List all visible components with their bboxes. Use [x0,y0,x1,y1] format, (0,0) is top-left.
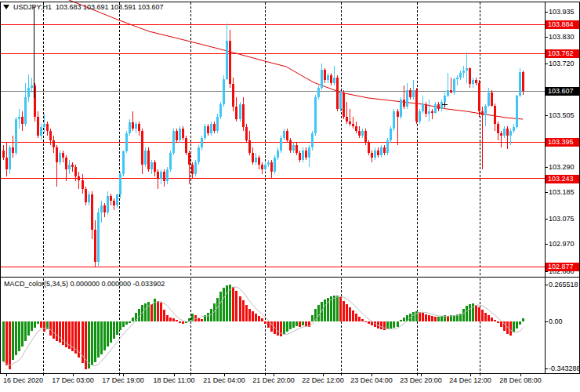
candle-bear [469,68,471,84]
candle-bear [258,158,260,165]
candle-bull [292,145,295,150]
macd-bar [235,291,237,321]
candle-bear [157,172,159,179]
macd-bar [380,321,382,329]
candle-bear [21,117,24,124]
macd-bar [437,317,440,321]
candle-bull [31,85,33,88]
candle-bear [91,194,93,230]
candle-bull [267,162,270,165]
candle-bull [472,80,474,84]
time-axis-label: 23 Dec 04:00 [350,376,393,384]
candle-bull [302,151,304,160]
candle-bear [415,90,418,122]
macd-bar [110,321,112,343]
macd-bar [59,321,61,343]
macd-bar [447,316,449,321]
candle-bull [122,151,125,174]
candle-bull [519,72,521,96]
candle-bear [188,153,190,165]
macd-bar [116,321,118,335]
candle-bear [62,153,64,158]
macd-bar [305,321,307,326]
macd-bar [295,321,298,326]
candle-bull [15,119,17,153]
macd-bar [302,321,304,325]
candle-bear [229,41,231,84]
trendline[interactable] [69,0,523,119]
macd-bar [280,321,282,336]
candle-bear [409,90,411,97]
candle-bear [497,124,499,133]
macd-axis-label: -0.343288 [549,365,580,372]
macd-bar [431,316,433,321]
macd-bar [122,321,125,327]
candle-bull [116,194,118,205]
candle-bear [425,104,427,114]
candle-bear [65,158,67,169]
candle-bear [46,124,49,131]
macd-bar [129,321,131,323]
candle-bear [85,189,87,202]
price-level-badge: 103.395 [546,138,579,147]
price-axis-label: 103.075 [549,215,575,223]
candle-bear [154,162,156,172]
macd-bar [201,319,203,321]
time-axis-label: 16 Dec 2020 [3,376,43,384]
candle-bear [147,151,150,170]
candle-bull [419,111,421,121]
macd-bar [469,304,471,321]
candle-bear [213,124,216,131]
macd-bar [368,321,370,324]
candle-bull [440,102,443,109]
candle-bear [270,162,273,172]
candle-bear [74,167,77,176]
candle-bear [286,131,288,140]
macd-axis-label: 0.00 [549,318,563,325]
macd-bar [343,301,345,321]
candle-bull [321,70,323,88]
candle-bear [12,147,14,152]
candle-bear [141,131,143,165]
macd-bar [311,315,314,321]
macd-bar [491,318,493,321]
candle-bull [386,140,389,152]
candle-bull [380,147,382,154]
candle-bull [27,88,30,97]
candle-bull [107,196,109,212]
macd-bar [12,321,14,360]
candle-bull [513,127,515,131]
candle-bear [163,172,165,181]
candle-bull [194,162,197,174]
candle-bull [484,106,487,115]
candle-bear [377,151,379,155]
macd-bar [412,312,415,321]
candle-bear [71,165,74,167]
candle-bear [343,93,345,117]
time-axis-label: 17 Dec 03:00 [52,376,94,384]
macd-bar [522,318,524,321]
time-axis-label: 21 Dec 04:00 [203,376,245,384]
macd-bar [242,300,245,321]
macd-indicator-label: MACD_color(5,34,5) 0.000000 0.000000 -0.… [4,280,165,288]
macd-bar [355,314,357,321]
macd-bar [144,303,147,321]
candle-bear [364,131,367,143]
macd-bar [336,296,339,321]
macd-bar [132,318,134,321]
macd-bar [150,304,153,321]
macd-bar [475,305,477,321]
macd-bar [216,298,219,321]
candle-bull [9,147,11,169]
candle-bull [219,104,222,116]
candle-bear [349,122,351,124]
time-axis-label: 24 Dec 12:00 [449,376,491,384]
macd-bar [157,301,159,321]
candle-bull [204,126,206,138]
symbol-dropdown-icon[interactable] [3,5,9,9]
macd-bar [462,309,465,321]
macd-bar [513,321,515,332]
macd-bar [397,321,399,327]
candle-bear [450,90,452,93]
candle-bear [185,138,187,152]
